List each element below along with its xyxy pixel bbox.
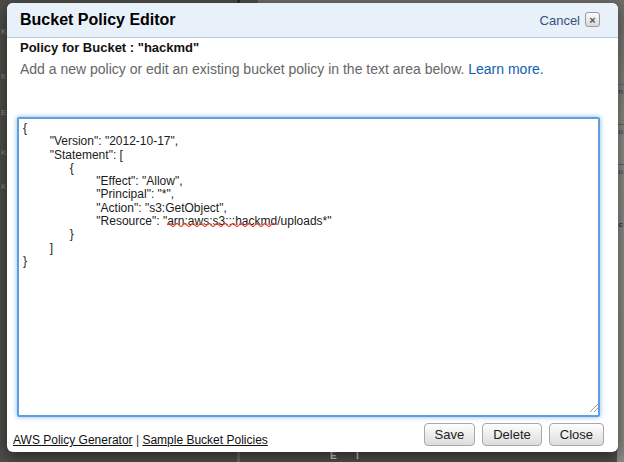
backdrop-text-fragment: E (1, 109, 6, 117)
description-text: Add a new policy or edit an existing buc… (20, 61, 544, 77)
sample-bucket-policies-link[interactable]: Sample Bucket Policies (142, 433, 267, 447)
footer-links: AWS Policy Generator | Sample Bucket Pol… (13, 433, 268, 447)
dialog-header: Bucket Policy Editor Cancel × (7, 3, 618, 38)
policy-for-bucket-label: Policy for Bucket : "hackmd" (20, 40, 199, 55)
backdrop-row-line (617, 164, 624, 165)
backdrop-text-fragment: K (1, 183, 6, 191)
close-button[interactable]: Close (549, 423, 604, 446)
backdrop-text-fragment: c (619, 221, 623, 229)
backdrop-row-line (617, 124, 624, 125)
backdrop-row-line (617, 84, 624, 85)
backdrop-text-fragment: n (619, 88, 623, 96)
resize-handle[interactable] (588, 402, 599, 413)
delete-button[interactable]: Delete (482, 423, 542, 446)
backdrop-text-fragment: K (1, 28, 6, 36)
backdrop-text-fragment: K (1, 149, 6, 157)
save-button[interactable]: Save (424, 423, 476, 446)
bucket-policy-editor-dialog: Bucket Policy Editor Cancel × Policy for… (7, 3, 618, 452)
backdrop-text-fragment: u (619, 168, 623, 176)
backdrop-column-divider-bottom (237, 451, 240, 462)
aws-policy-generator-link[interactable]: AWS Policy Generator (13, 433, 133, 447)
dialog-title: Bucket Policy Editor (20, 11, 176, 29)
learn-more-link[interactable]: Learn more. (468, 61, 543, 77)
description-sentence: Add a new policy or edit an existing buc… (20, 61, 468, 77)
backdrop-text-fragment: E (330, 452, 337, 460)
link-separator: | (136, 433, 139, 447)
backdrop-text-fragment: l (356, 452, 359, 460)
backdrop-text-fragment: K (1, 73, 6, 81)
policy-textarea[interactable] (17, 117, 600, 417)
close-icon[interactable]: × (585, 12, 600, 27)
dialog-button-row: Save Delete Close (424, 423, 604, 446)
backdrop-text-fragment: u (619, 128, 623, 136)
cancel-link[interactable]: Cancel (540, 13, 580, 28)
backdrop-right-strip (617, 0, 624, 462)
